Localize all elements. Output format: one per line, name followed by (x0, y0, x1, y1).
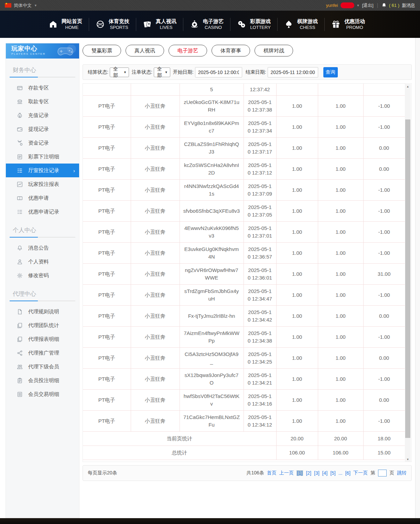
tab-雙赢彩票[interactable]: 雙赢彩票 (83, 45, 121, 56)
vendor-cell: PT电子 (83, 284, 131, 305)
tab-真人视讯[interactable]: 真人视讯 (126, 45, 164, 56)
sidebar-item[interactable]: 修改密码 (6, 269, 79, 282)
page-jump-input[interactable] (378, 470, 387, 476)
sidebar-item[interactable]: 会员交易明细 (6, 387, 79, 401)
game-cell: 小丑狂奔 (131, 116, 180, 137)
game-cell: 小丑狂奔 (131, 410, 180, 431)
sidebar-item[interactable]: 代理报表明细 (6, 332, 79, 346)
lottery-balls-icon (237, 20, 246, 29)
nav-item-casino[interactable]: 电子游艺CASINO (183, 16, 230, 33)
sidebar-item[interactable]: 优惠申请记录 (6, 205, 79, 219)
people-icon (17, 364, 23, 370)
nav-item-label: 真人视讯LIVES (156, 18, 176, 31)
bell-icon[interactable] (381, 3, 387, 8)
tab-电子游艺[interactable]: 电子游艺 (169, 45, 207, 56)
sidebar-item[interactable]: 取款专区 (6, 95, 79, 108)
page-link[interactable]: [3] (314, 470, 320, 476)
nav-item-home[interactable]: 网站首页HOME (42, 16, 89, 33)
sidebar-item[interactable]: 提现记录 (6, 122, 79, 136)
jump-button[interactable]: 跳转 (397, 470, 407, 476)
last-page-link[interactable]: [6] (345, 470, 351, 476)
order-cell: sTrdZgmFbSmJbhGx4yuH (180, 284, 244, 305)
nav-item-lives[interactable]: 真人视讯LIVES (136, 16, 183, 33)
result-cell: -1.00 (363, 368, 405, 389)
nav-item-chess[interactable]: 棋牌游戏CHESS (278, 16, 324, 33)
order-cell: r4NN3NwfzzkQAScGd41s (180, 179, 244, 200)
first-page-link[interactable]: 首页 (267, 470, 277, 476)
sidebar-item[interactable]: 个人资料 (6, 255, 79, 269)
valid-cell: 1.00 (318, 284, 363, 305)
scroll-down-arrow-icon[interactable]: ▼ (405, 457, 411, 462)
page-link[interactable]: [4] (322, 470, 328, 476)
message-label[interactable]: 新消息 (402, 2, 415, 9)
sidebar-item[interactable]: 代理下级会员 (6, 360, 79, 374)
vendor-cell: PT电子 (83, 137, 131, 158)
table-scrollbar[interactable]: ▲ ▼ (405, 84, 411, 462)
page-link[interactable]: [5] (330, 470, 336, 476)
list-icon (17, 209, 23, 215)
page-link[interactable]: [2] (306, 470, 311, 476)
search-button[interactable]: 查询 (323, 67, 338, 77)
start-date-input[interactable] (195, 67, 242, 77)
page-link[interactable]: [1] (297, 470, 303, 476)
order-status-select[interactable]: 全部 ▼ (154, 67, 170, 77)
sidebar-item[interactable]: 存款专区 (6, 81, 79, 95)
sidebar-item[interactable]: 厅室投注记录› (6, 164, 79, 177)
time-cell: 12:37:42 (244, 84, 276, 95)
sidebar-item-label: 代理推广管理 (28, 350, 59, 356)
result-cell: -1.00 (363, 410, 405, 431)
tab-棋牌对战[interactable]: 棋牌对战 (255, 45, 293, 56)
language-selector[interactable]: 简体中文 ▼ (5, 2, 37, 9)
order-cell: E3uvkeGUg0KfNqkhvm4N (180, 242, 244, 263)
bet-cell: 1.00 (276, 305, 318, 326)
game-cell: 小丑狂奔 (131, 179, 180, 200)
end-date-input[interactable] (268, 67, 318, 77)
valid-cell: 1.00 (318, 263, 363, 284)
sidebar-item[interactable]: 代理规则说明 (6, 305, 79, 318)
game-cell: 小丑狂奔 (131, 263, 180, 284)
sidebar-item[interactable]: 消息公告 (6, 241, 79, 255)
money-bag-icon (17, 113, 23, 118)
sidebar-item[interactable]: 代理团队统计 (6, 318, 79, 332)
scroll-up-arrow-icon[interactable]: ▲ (405, 84, 411, 89)
result-cell: -1.00 (363, 326, 405, 347)
tab-体育赛事[interactable]: 体育赛事 (212, 45, 250, 56)
sidebar-item[interactable]: 彩票下注明细 (6, 150, 79, 164)
settle-status-select[interactable]: 全部 ▼ (110, 67, 129, 77)
time-cell: 2025-05-10 12:37:12 (244, 158, 276, 179)
username[interactable]: yunfei (326, 3, 338, 8)
sidebar-item[interactable]: 充值记录 (6, 108, 79, 122)
time-cell: 2025-05-10 12:37:17 (244, 137, 276, 158)
page-scrollbar[interactable] (415, 38, 420, 518)
sidebar-item[interactable]: 代理推广管理 (6, 346, 79, 360)
message-count[interactable]: ( 61 ) (389, 3, 399, 8)
sidebar-item[interactable]: 会员投注明细 (6, 374, 79, 387)
nav-item-promo[interactable]: 优惠活动PROMO (325, 16, 371, 33)
bet-cell: 1.00 (276, 158, 318, 179)
table-row: PT电子小丑狂奔sX12bqwa9JonPy3ufc7O2025-05-10 1… (83, 368, 405, 389)
game-cell: 小丑狂奔 (131, 347, 180, 368)
time-cell: 2025-05-10 12:34:21 (244, 368, 276, 389)
scrollbar-thumb[interactable] (405, 119, 410, 438)
prev-page-link[interactable]: 上一页 (279, 470, 294, 476)
bet-cell: 1.00 (276, 179, 318, 200)
start-date-label: 开始日期: (173, 69, 194, 75)
next-page-link[interactable]: 下一页 (353, 470, 368, 476)
sidebar-section-header: 个人中心 (13, 226, 79, 234)
chevron-down-icon[interactable]: ▼ (357, 4, 360, 7)
bet-cell: 1.00 (276, 200, 318, 221)
logout-link[interactable]: [退出] (362, 2, 373, 9)
sidebar-item[interactable]: 资金记录 (6, 136, 79, 150)
bell-icon (17, 245, 23, 251)
vendor-cell: PT电子 (83, 347, 131, 368)
sidebar-item[interactable]: 优惠申请 (6, 191, 79, 205)
nav-item-lottery[interactable]: 彩票游戏LOTTERY (230, 16, 277, 33)
nav-item-sports[interactable]: 体育竞技SPORTS (89, 16, 136, 33)
gear-icon (17, 273, 23, 279)
table-row: PT电子小丑狂奔Ci5A3ztcHz5OM3OjfA9_2025-05-10 1… (83, 347, 405, 368)
time-cell: 2025-05-10 12:34:47 (244, 284, 276, 305)
sidebar-item[interactable]: 玩家投注报表 (6, 177, 79, 191)
summary-valid-cell: 106.00 (318, 446, 363, 460)
sidebar-item-label: 玩家投注报表 (28, 181, 59, 188)
result-cell: 0.00 (363, 347, 405, 368)
